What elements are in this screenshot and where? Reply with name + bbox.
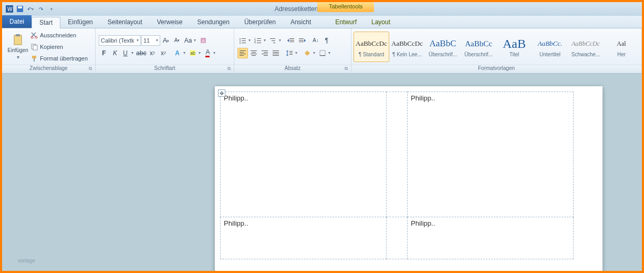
undo-icon[interactable]: ↶▾ <box>26 5 35 13</box>
paste-button[interactable]: Einfügen ▾ <box>5 30 30 64</box>
numbering-icon[interactable]: 123▾ <box>253 35 267 46</box>
svg-rect-54 <box>320 50 325 56</box>
style--berschrif-[interactable]: AaBbCÜberschrif... <box>425 32 461 62</box>
redo-icon[interactable]: ↷ <box>37 5 45 13</box>
increase-indent-icon[interactable] <box>297 35 307 46</box>
svg-rect-17 <box>242 41 246 41</box>
svg-rect-9 <box>33 45 37 50</box>
style--berschrif-[interactable]: AaBbCcÜberschrif... <box>461 32 496 62</box>
italic-icon[interactable]: K <box>110 48 120 58</box>
borders-icon[interactable]: ▾ <box>317 48 332 58</box>
tab-page-layout[interactable]: Seitenlayout <box>100 16 150 28</box>
label-cell[interactable]: Philipp.. <box>221 92 387 217</box>
decrease-indent-icon[interactable] <box>286 35 296 46</box>
paragraph-launcher-icon[interactable]: ⧉ <box>343 66 349 72</box>
format-painter-button[interactable]: Format übertragen <box>30 53 88 64</box>
quick-access-toolbar: W ↶▾ ↷ ▾ <box>2 5 59 13</box>
labels-table[interactable]: Philipp.. Philipp.. Philipp.. Philipp.. <box>220 92 574 259</box>
label-cell[interactable]: Philipp.. <box>408 92 574 217</box>
svg-rect-27 <box>272 41 275 41</box>
page: ✥ Philipp.. Philipp.. Philipp.. Philipp.… <box>215 86 603 271</box>
style--standard[interactable]: AaBbCcDc¶ Standard <box>354 32 389 62</box>
text-effects-icon[interactable]: A▾ <box>173 48 188 58</box>
label-gap <box>387 92 408 217</box>
svg-rect-3 <box>18 6 22 8</box>
svg-rect-34 <box>299 42 304 42</box>
group-clipboard: Einfügen ▾ Ausschneiden Kopieren Format … <box>2 28 96 73</box>
tab-insert[interactable]: Einfügen <box>60 16 100 28</box>
svg-point-18 <box>240 43 241 44</box>
justify-icon[interactable] <box>271 48 281 58</box>
save-icon[interactable] <box>16 5 24 13</box>
copy-button[interactable]: Kopieren <box>30 42 88 52</box>
svg-point-14 <box>240 38 241 39</box>
svg-rect-19 <box>242 43 246 43</box>
svg-rect-44 <box>264 52 268 53</box>
subscript-icon[interactable]: x2 <box>147 48 158 58</box>
svg-text:3: 3 <box>254 42 256 44</box>
style--kein-lee-[interactable]: AaBbCcDc¶ Kein Lee... <box>389 32 425 62</box>
tab-review[interactable]: Überprüfen <box>237 16 283 28</box>
group-paragraph: ▾ 123▾ ▾ A↓ ¶ <box>234 28 351 73</box>
align-center-icon[interactable] <box>248 48 259 58</box>
tab-file[interactable]: Datei <box>2 15 32 28</box>
align-left-icon[interactable] <box>237 48 248 58</box>
svg-rect-38 <box>240 55 244 56</box>
shrink-font-icon[interactable]: A▾ <box>172 35 182 46</box>
svg-rect-32 <box>299 38 304 39</box>
style-her[interactable]: AalHer <box>604 32 639 62</box>
watermark-text: vorlage <box>18 258 35 264</box>
svg-rect-15 <box>242 38 246 39</box>
tab-view[interactable]: Ansicht <box>283 16 318 28</box>
table-move-handle-icon[interactable]: ✥ <box>218 89 225 97</box>
font-launcher-icon[interactable]: ⧉ <box>226 66 232 72</box>
word-app-icon[interactable]: W <box>5 5 14 13</box>
svg-rect-33 <box>299 40 304 41</box>
svg-rect-52 <box>289 53 293 53</box>
show-hide-icon[interactable]: ¶ <box>321 35 332 46</box>
svg-rect-45 <box>262 54 268 54</box>
tab-table-design[interactable]: Entwurf <box>328 16 364 28</box>
cut-button[interactable]: Ausschneiden <box>30 30 88 41</box>
title-bar: W ↶▾ ↷ ▾ Adressetiketten3 - Microsoft Wo… <box>2 2 642 16</box>
font-size-combo[interactable]: 11▾ <box>141 35 160 46</box>
highlight-icon[interactable]: ab▾ <box>188 48 203 58</box>
strikethrough-icon[interactable]: abc <box>136 48 147 58</box>
bullets-icon[interactable]: ▾ <box>237 35 252 46</box>
svg-point-7 <box>35 36 37 38</box>
superscript-icon[interactable]: x2 <box>158 48 169 58</box>
font-name-combo[interactable]: Calibri (Textk▾ <box>99 35 141 46</box>
clipboard-launcher-icon[interactable]: ⧉ <box>87 66 94 72</box>
tab-mailings[interactable]: Sendungen <box>190 16 236 28</box>
clear-formatting-icon[interactable]: A <box>198 35 209 46</box>
font-color-icon[interactable]: A▾ <box>203 48 218 58</box>
svg-rect-47 <box>273 50 279 51</box>
svg-rect-36 <box>240 52 244 53</box>
label-cell[interactable]: Philipp.. <box>221 217 387 259</box>
label-cell[interactable]: Philipp.. <box>408 217 574 259</box>
sort-icon[interactable]: A↓ <box>310 35 321 46</box>
qat-customize-icon[interactable]: ▾ <box>47 5 56 13</box>
style-untertitel[interactable]: AaBbCc.Untertitel <box>532 32 568 62</box>
style-schwache-[interactable]: AaBbCcDcSchwache... <box>568 32 604 62</box>
change-case-icon[interactable]: Aa▾ <box>183 35 198 46</box>
tab-table-layout[interactable]: Layout <box>364 16 398 28</box>
bold-icon[interactable]: F <box>99 48 109 58</box>
svg-rect-50 <box>273 55 279 56</box>
shading-icon[interactable]: ▾ <box>302 48 317 58</box>
tab-home[interactable]: Start <box>32 17 60 28</box>
svg-rect-11 <box>34 58 35 62</box>
multilevel-list-icon[interactable]: ▾ <box>268 35 283 46</box>
align-right-icon[interactable] <box>259 48 270 58</box>
svg-rect-49 <box>273 54 279 54</box>
grow-font-icon[interactable]: A▴ <box>161 35 171 46</box>
svg-text:W: W <box>7 6 13 12</box>
svg-rect-51 <box>289 51 293 52</box>
tab-references[interactable]: Verweise <box>150 16 190 28</box>
svg-rect-37 <box>240 54 246 54</box>
style-titel[interactable]: AaBTitel <box>496 32 532 62</box>
line-spacing-icon[interactable]: ▾ <box>284 48 299 58</box>
underline-icon[interactable]: U▾ <box>121 48 136 58</box>
document-workspace[interactable]: ✥ Philipp.. Philipp.. Philipp.. Philipp.… <box>2 74 642 271</box>
svg-rect-26 <box>270 38 275 39</box>
